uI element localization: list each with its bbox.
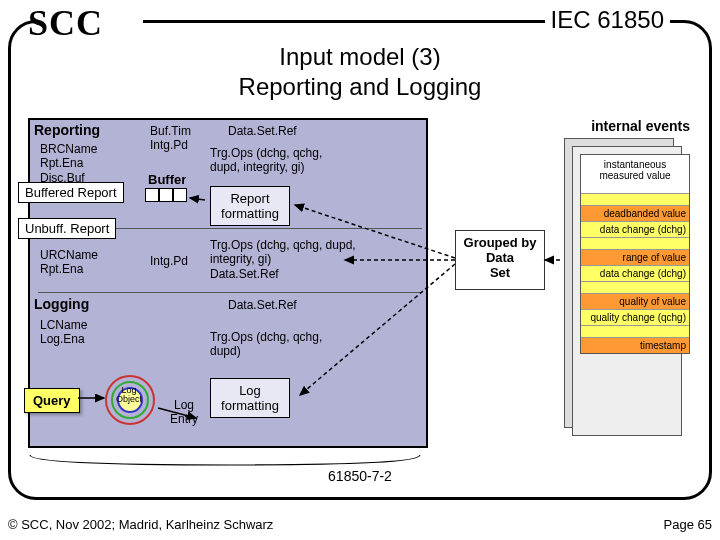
- trg-ops-3: Trg.Ops (dchg, qchg, dupd): [210, 330, 340, 359]
- event-card-front: instantaneous measured valuedeadbanded v…: [580, 154, 690, 354]
- title-line-1: Input model (3): [0, 42, 720, 72]
- dataset-ref-1: Data.Set.Ref: [228, 124, 297, 138]
- grouped-by-text: Grouped by Data Set: [464, 235, 537, 280]
- page-number: Page 65: [664, 517, 712, 532]
- event-stack: instantaneous measured valuedeadbanded v…: [564, 138, 694, 450]
- internal-events-label: internal events: [591, 118, 690, 134]
- reporting-label: Reporting: [34, 122, 100, 138]
- title-line-2: Reporting and Logging: [0, 72, 720, 102]
- report-formatting-box: Report formatting: [210, 186, 290, 226]
- brc-fields: BRCName Rpt.Ena Disc.Buf: [40, 142, 97, 185]
- buffer-slots-icon: [145, 188, 187, 202]
- copyright: © SCC, Nov 2002; Madrid, Karlheinz Schwa…: [8, 517, 273, 532]
- query-box: Query: [24, 388, 80, 413]
- logging-label: Logging: [34, 296, 89, 312]
- grouped-by-box: Grouped by Data Set: [455, 230, 545, 290]
- control-block: Reporting BRCName Rpt.Ena Disc.Buf Buf.T…: [28, 118, 428, 448]
- unbuffered-report-box: Unbuff. Report: [18, 218, 116, 239]
- dataset-ref-2: Data.Set.Ref: [228, 298, 297, 312]
- urc-fields: URCName Rpt.Ena: [40, 248, 98, 277]
- buffered-report-box: Buffered Report: [18, 182, 124, 203]
- standard-label: IEC 61850: [545, 6, 670, 34]
- trg-ops-2: Trg.Ops (dchg, qchg, dupd, integrity, gi…: [210, 238, 360, 281]
- intg-pd: Intg.Pd: [150, 254, 188, 268]
- footer: © SCC, Nov 2002; Madrid, Karlheinz Schwa…: [8, 517, 712, 532]
- logo: SCC: [28, 2, 103, 44]
- buf-cfg: Buf.Tim Intg.Pd: [150, 124, 191, 153]
- slide-title: Input model (3) Reporting and Logging: [0, 42, 720, 102]
- log-fields: LCName Log.Ena: [40, 318, 87, 347]
- log-object-label: Log Object: [116, 386, 142, 404]
- scope-label: 61850-7-2: [0, 468, 720, 484]
- trg-ops-1: Trg.Ops (dchg, qchg, dupd, integrity, gi…: [210, 146, 350, 175]
- log-entry-label: Log Entry: [170, 398, 198, 427]
- divider-2: [38, 292, 422, 293]
- buffer-label: Buffer: [148, 172, 186, 187]
- log-formatting-box: Log formatting: [210, 378, 290, 418]
